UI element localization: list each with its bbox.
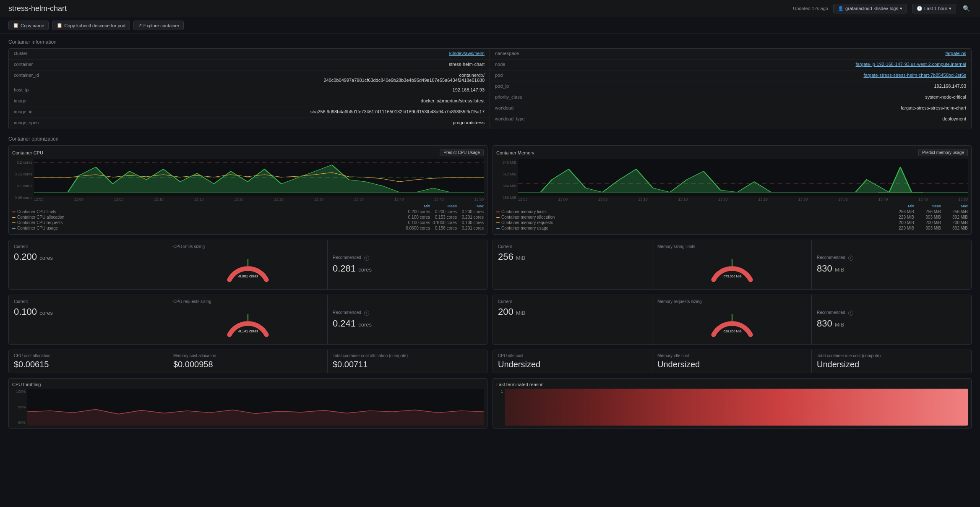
- memory-requests-gauge-cell: Memory requests sizing -626.856 MiB: [652, 295, 812, 344]
- cpu-limits-current-label: Current: [14, 244, 163, 249]
- throttle-chart-area: [27, 389, 484, 426]
- legend-mem-requests: Container memory requests 200 MiB 200 Mi…: [496, 220, 968, 225]
- container-info-title: Container information: [8, 39, 972, 45]
- namespace-value[interactable]: fargate-ns: [945, 51, 966, 56]
- cpu-limits-panel: Current 0.200 cores CPU limits sizing: [8, 240, 487, 290]
- cpu-requests-recommended-value: 0.241 cores: [333, 318, 482, 329]
- bottom-charts-row: CPU throttling 100% 80% 60%: [8, 378, 972, 429]
- legend-cpu-limits: Container CPU limits 0.200 cores 0.200 c…: [12, 209, 484, 214]
- cpu-limits-gauge: -0.081 cores: [173, 251, 322, 285]
- svg-marker-5: [878, 167, 923, 192]
- cpu-requests-panel: Current 0.100 cores CPU requests sizing: [8, 295, 487, 345]
- datasource-icon: 👤: [838, 6, 844, 11]
- cpu-chart-main: 12:55 13:00 13:05 13:10 13:15 13:20 13:2…: [34, 159, 484, 201]
- copy-name-button[interactable]: 📋 Copy name: [8, 21, 49, 30]
- info-row-pod-ip: pod_ip 192.168.147.93: [490, 81, 971, 92]
- svg-text:-573.056 MiB: -573.056 MiB: [722, 274, 742, 278]
- svg-marker-2: [34, 165, 484, 192]
- memory-limits-gauge-cell: Memory sizing limits -573.056 MiB: [652, 240, 812, 289]
- cpu-limits-recommended-label: Recommended i: [333, 255, 482, 261]
- cpu-cost-value: $0.00615: [14, 360, 163, 369]
- page-title: stress-helm-chart: [8, 4, 67, 13]
- search-button[interactable]: 🔍: [961, 3, 972, 13]
- optimization-title: Container optimization: [8, 136, 972, 142]
- optimization-section: Container optimization Container CPU Pre…: [8, 136, 972, 429]
- copy-kubectl-label: Copy kubectl describe for pod: [64, 23, 125, 28]
- cost-row: CPU cost allocation $0.00615 Memory cost…: [8, 350, 972, 373]
- time-range-button[interactable]: 🕐 Last 1 hour ▾: [912, 4, 956, 13]
- node-label: node: [495, 62, 537, 67]
- explore-icon: ↗: [138, 23, 142, 28]
- cpu-legend-header: Min Mean Max: [12, 204, 484, 208]
- cpu-limits-sizing-label: CPU limits sizing: [173, 244, 322, 249]
- cpu-chart-header: Container CPU Predict CPU Usage: [12, 149, 484, 156]
- charts-row: Container CPU Predict CPU Usage 0.2 core…: [8, 145, 972, 235]
- memory-cost-value: $0.000958: [173, 360, 322, 369]
- memory-sizing-label: Memory sizing limits: [657, 244, 806, 249]
- cpu-requests-inner: Current 0.100 cores CPU requests sizing: [9, 295, 487, 344]
- memory-cost-cell: Memory cost allocation $0.000958: [168, 350, 328, 373]
- last-terminated-panel: Last terminated reason 1: [493, 378, 972, 429]
- info-icon-2: i: [848, 256, 853, 261]
- info-icon: i: [364, 256, 369, 261]
- throttle-svg: [27, 389, 484, 426]
- memory-x-axis: 12:55 13:00 13:05 13:10 13:15 13:20 13:2…: [518, 197, 968, 201]
- memory-requests-inner: Current 200 MiB Memory requests sizing: [493, 295, 971, 344]
- predict-memory-button[interactable]: Predict memory usage: [918, 149, 968, 156]
- cost-inner-right: CPU idle cost Undersized Memory idle cos…: [493, 350, 971, 373]
- image-id-value: sha256:9d98b4a6b6d1fe7346174111650132fd1…: [310, 109, 485, 114]
- memory-requests-recommended-value: 830 MiB: [817, 318, 966, 329]
- time-range-label: Last 1 hour: [924, 6, 947, 11]
- copy-kubectl-icon: 📋: [57, 23, 63, 28]
- cpu-limits-recommended-value: 0.281 cores: [333, 263, 482, 274]
- image-spec-value: progrium/stress: [453, 120, 485, 125]
- node-value[interactable]: fargate-ip-192-168-147-93.us-west-2.comp…: [855, 62, 966, 67]
- updated-text: Updated 12s ago: [793, 6, 828, 11]
- cpu-idle-label: CPU idle cost: [498, 353, 647, 358]
- heatmap-area: [505, 389, 968, 426]
- image-label: image: [14, 98, 56, 103]
- total-cost-value: $0.00711: [333, 360, 482, 369]
- memory-limits-current-cell: Current 256 MiB: [493, 240, 652, 289]
- cpu-requests-recommended-cell: Recommended i 0.241 cores: [328, 295, 487, 344]
- total-cost-cell: Total container cost allocation (compute…: [328, 350, 487, 373]
- memory-idle-value: Undersized: [657, 360, 806, 369]
- predict-cpu-button[interactable]: Predict CPU Usage: [440, 149, 484, 156]
- chevron-down-icon: ▾: [900, 6, 902, 11]
- top-right-controls: Updated 12s ago 👤 grafanacloud-k8sdev-lo…: [793, 3, 972, 13]
- memory-limits-gauge-svg: -573.056 MiB: [709, 254, 755, 282]
- info-icon-4: i: [848, 311, 853, 316]
- memory-requests-gauge: -626.856 MiB: [657, 306, 806, 340]
- memory-chart-body: 640 MiB 512 MiB 384 MiB 256 MiB: [496, 159, 968, 201]
- explore-label: Explore container: [143, 23, 180, 28]
- cpu-chart-svg: [34, 159, 484, 196]
- memory-chart-area: [518, 159, 968, 196]
- datasource-button[interactable]: 👤 grafanacloud-k8sdev-logs ▾: [833, 4, 907, 13]
- memory-limits-recommended-cell: Recommended i 830 MiB: [812, 240, 971, 289]
- svg-text:-626.856 MiB: -626.856 MiB: [722, 329, 742, 333]
- copy-kubectl-button[interactable]: 📋 Copy kubectl describe for pod: [52, 21, 130, 30]
- memory-requests-recommended-cell: Recommended i 830 MiB: [812, 295, 971, 344]
- svg-text:-0.141 cores: -0.141 cores: [237, 329, 258, 333]
- memory-requests-current-value: 200 MiB: [498, 306, 647, 317]
- memory-requests-gauge-svg: -626.856 MiB: [709, 309, 755, 337]
- cpu-cost-cell: CPU cost allocation $0.00615: [9, 350, 168, 373]
- explore-container-button[interactable]: ↗ Explore container: [133, 21, 184, 30]
- namespace-label: namespace: [495, 51, 537, 56]
- cpu-y-label-2: 0.15 cores: [12, 172, 32, 176]
- memory-cost-label: Memory cost allocation: [173, 353, 322, 358]
- last-terminated-title: Last terminated reason: [496, 382, 968, 387]
- total-idle-cell: Total container idle cost (compute) Unde…: [812, 350, 971, 373]
- memory-chart-panel: Container Memory Predict memory usage 64…: [493, 145, 972, 235]
- copy-icon: 📋: [13, 23, 19, 28]
- info-row-container: container stress-helm-chart: [9, 60, 490, 71]
- action-buttons-bar: 📋 Copy name 📋 Copy kubectl describe for …: [0, 17, 980, 34]
- cluster-value[interactable]: k8sdev/aws/helm: [449, 51, 485, 56]
- cpu-throttling-title: CPU throttling: [12, 382, 484, 387]
- info-row-image-spec: image_spec progrium/stress: [9, 118, 490, 129]
- cpu-y-label-3: 0.1 cores: [12, 184, 32, 188]
- memory-chart-title: Container Memory: [496, 150, 534, 155]
- workload-label: workload: [495, 105, 537, 110]
- pod-value[interactable]: fargate-stress-stress-helm-chart-7b85458…: [863, 73, 966, 78]
- cpu-chart-area: [34, 159, 484, 196]
